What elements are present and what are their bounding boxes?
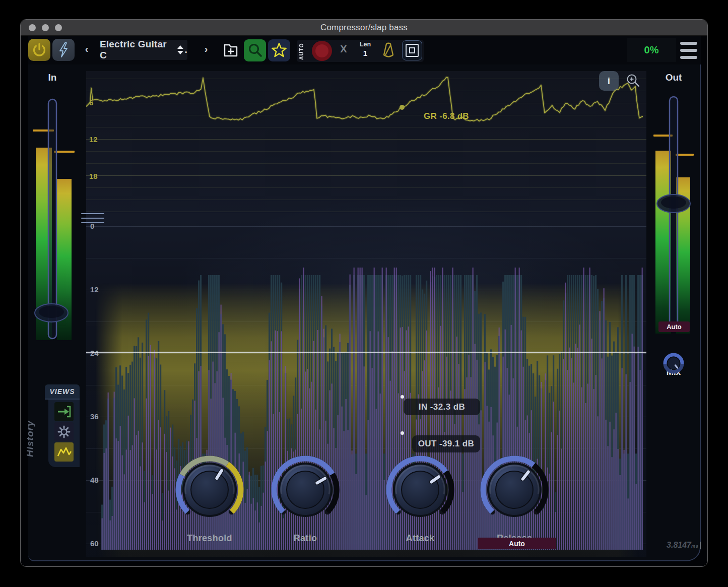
menu-button[interactable] (680, 42, 697, 59)
readout-value: 3.8147 (667, 541, 691, 549)
views-panel (48, 400, 80, 467)
percent-display[interactable]: 0% (627, 38, 676, 62)
out-readout: OUT -39.1 dB (412, 435, 480, 452)
traffic-lights (29, 20, 62, 36)
threshold-line[interactable] (86, 352, 646, 353)
lightning-icon (56, 42, 71, 58)
display-mode-button[interactable] (402, 40, 422, 60)
ratio-label: Ratio (265, 533, 346, 544)
output-auto-badge[interactable]: Auto (658, 321, 690, 332)
in-marker-dot (401, 395, 404, 399)
close-button[interactable] (29, 24, 36, 31)
info-button[interactable]: i (599, 71, 619, 91)
preset-name-suffix: . (185, 44, 187, 55)
preset-selector[interactable]: Electric Guitar C . (100, 40, 187, 60)
preset-name: Electric Guitar C (100, 39, 176, 61)
length-label: Len (354, 41, 376, 48)
folder-add-icon (221, 41, 240, 60)
sidechain-button[interactable] (52, 39, 75, 61)
output-meter-label: Out (653, 72, 694, 83)
preset-next-button[interactable]: › (201, 43, 212, 55)
zoom-in-icon[interactable] (625, 73, 641, 91)
length-value: 1 (354, 49, 376, 57)
record-icon (315, 44, 328, 57)
favorite-button[interactable] (268, 39, 290, 61)
star-icon (269, 40, 289, 60)
percent-value: 0% (644, 44, 659, 56)
titlebar[interactable]: Compressor/slap bass (21, 20, 707, 36)
attack-label: Attack (380, 533, 460, 544)
in-readout: IN -32.3 dB (404, 399, 480, 415)
waveform-view-button[interactable] (54, 442, 74, 462)
analyzer-graph[interactable]: 6121801224364860 (86, 71, 646, 557)
splitter-handle[interactable] (81, 213, 104, 223)
menu-icon (680, 42, 697, 45)
release-knob[interactable] (477, 452, 552, 528)
settings-view-button[interactable] (54, 422, 74, 441)
input-meter-label: In (32, 72, 73, 83)
attack-knob[interactable] (382, 452, 458, 528)
plugin-window: Compressor/slap bass ‹ Electric Guitar C… (20, 19, 708, 567)
clear-capture-button[interactable]: X (337, 43, 350, 55)
input-meter[interactable] (28, 84, 86, 366)
io-view-button[interactable] (54, 402, 74, 421)
tempo-sync-button[interactable] (379, 41, 398, 61)
metronome-icon (379, 41, 398, 59)
minimize-button[interactable] (42, 24, 49, 31)
search-icon (246, 41, 264, 59)
text-cursor (700, 542, 701, 549)
out-marker-dot (401, 431, 404, 435)
capture-length[interactable]: Len 1 (354, 41, 376, 57)
ratio-knob[interactable] (268, 452, 343, 528)
save-preset-button[interactable] (221, 41, 240, 60)
waveform-view-icon (55, 443, 73, 461)
mix-knob[interactable] (661, 351, 686, 377)
updown-icon (176, 45, 184, 55)
power-button[interactable] (28, 39, 50, 61)
history-tab[interactable]: History (25, 399, 38, 479)
window-size-icon (406, 44, 419, 57)
power-icon (31, 41, 48, 58)
value-readout[interactable]: 3.8147ms (643, 541, 701, 550)
record-button[interactable] (312, 41, 332, 61)
preset-prev-button[interactable]: ‹ (81, 43, 92, 55)
release-auto-badge[interactable]: Auto (478, 538, 556, 549)
auto-capture-toggle[interactable]: AUTO (298, 42, 306, 61)
gear-icon (56, 424, 72, 440)
gr-readout: GR -6.8 dB (409, 111, 484, 121)
arrow-into-bracket-icon (55, 403, 73, 420)
gain-reduction-trace (86, 71, 646, 273)
views-header: VIEWS (45, 384, 80, 400)
mix-knob-icon (661, 351, 686, 375)
threshold-label: Threshold (169, 533, 250, 544)
desktop: Compressor/slap bass ‹ Electric Guitar C… (0, 0, 728, 587)
zoom-button[interactable] (55, 24, 62, 31)
readout-unit: ms (691, 544, 699, 549)
window-title: Compressor/slap bass (320, 23, 408, 33)
preset-search-button[interactable] (244, 39, 266, 61)
threshold-knob[interactable] (172, 452, 247, 528)
